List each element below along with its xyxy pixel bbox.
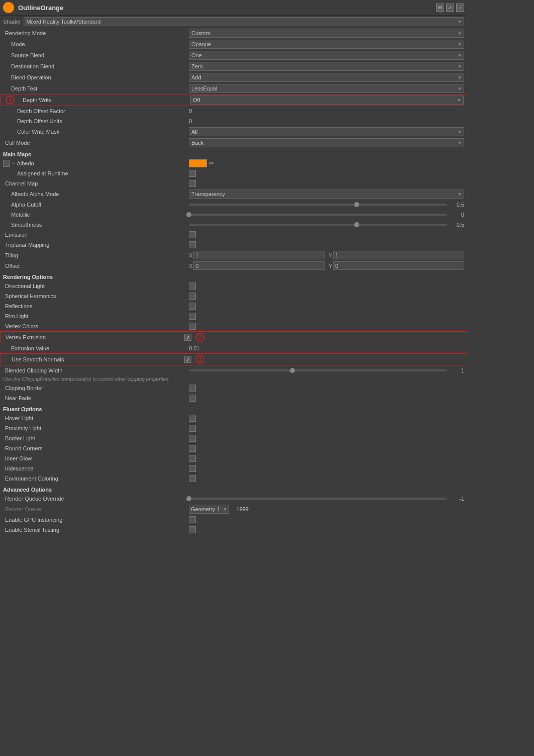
header: OutlineOrange ⊞ ⤢ ⋮ [0,0,467,16]
render-queue-label: Render Queue [3,506,189,512]
render-queue-geometry-dropdown[interactable]: Geometry-1 ▼ [189,505,229,514]
header-btn-2[interactable]: ⤢ [446,4,454,12]
extrusion-value-row: Extrusion Value 0.01 [0,343,467,353]
smoothness-value: 0.5 [449,222,464,228]
shader-dropdown-arrow: ▼ [458,20,462,24]
dest-blend-label: Destination Blend [3,63,189,69]
triplanar-mapping-checkbox[interactable] [189,241,196,248]
depth-test-row: Depth Test LessEqual ▼ [0,83,467,94]
clipping-border-row: Clipping Border [0,383,467,393]
border-light-row: Border Light [0,433,467,443]
blended-clipping-slider[interactable]: 1 [189,367,464,373]
vertex-colors-checkbox[interactable] [189,323,196,330]
proximity-light-checkbox[interactable] [189,425,196,432]
enable-stencil-testing-checkbox[interactable] [189,526,196,533]
assigned-at-runtime-checkbox[interactable] [189,170,196,177]
metallic-value: 0 [449,212,464,218]
proximity-light-row: Proximity Light [0,423,467,433]
directional-light-checkbox[interactable] [189,282,196,290]
render-queue-row: Render Queue Geometry-1 ▼ 1999 [0,504,467,515]
emission-checkbox[interactable] [189,231,196,238]
cull-mode-dropdown[interactable]: Back ▼ [189,138,464,147]
rendering-mode-dropdown[interactable]: Custom ▼ [189,29,464,38]
albedo-alpha-mode-dropdown[interactable]: Transparency ▼ [189,190,464,199]
main-maps-section: Main Maps [0,148,467,158]
render-queue-override-label: Render Queue Override [3,496,189,502]
clipping-border-checkbox[interactable] [189,385,196,392]
enable-gpu-instancing-checkbox[interactable] [189,516,196,523]
border-light-checkbox[interactable] [189,435,196,442]
source-blend-dropdown[interactable]: One ▼ [189,51,464,60]
rendering-mode-row: Rendering Mode Custom ▼ [0,28,467,39]
header-btn-1[interactable]: ⊞ [436,4,444,12]
alpha-cutoff-value: 0.5 [449,202,464,208]
near-fade-checkbox[interactable] [189,395,196,402]
material-icon [3,2,14,13]
rim-light-checkbox[interactable] [189,313,196,320]
albedo-color-swatch[interactable] [189,159,207,167]
vertex-colors-label: Vertex Colors [3,323,189,329]
rendering-mode-label: Rendering Mode [3,30,189,36]
rendering-mode-value: Custom ▼ [189,29,464,38]
spherical-harmonics-label: Spherical Harmonics [3,293,189,299]
reflections-checkbox[interactable] [189,303,196,310]
offset-y-input[interactable] [333,261,464,270]
depth-offset-factor-label: Depth Offset Factor [3,108,189,114]
depth-test-dropdown[interactable]: LessEqual ▼ [189,84,464,93]
iridescence-label: Iridescence [3,465,189,471]
render-queue-override-row: Render Queue Override -1 [0,494,467,504]
environment-coloring-row: Environment Coloring [0,474,467,484]
depth-write-dropdown[interactable]: Off ▼ [190,96,464,105]
mode-dropdown[interactable]: Opaque ▼ [189,40,464,49]
iridescence-row: Iridescence [0,463,467,474]
fluent-options-section: Fluent Options [0,403,467,413]
use-smooth-normals-checkbox[interactable]: ✓ [184,356,191,363]
shader-dropdown[interactable]: Mixed Reality Toolkit/Standard ▼ [24,17,464,26]
smoothness-label: Smoothness [3,222,189,228]
blend-operation-dropdown[interactable]: Add ▼ [189,73,464,82]
blended-clipping-width-label: Blended Clipping Width [3,367,189,373]
rim-light-label: Rim Light [3,313,189,319]
color-write-mask-dropdown[interactable]: All ▼ [189,127,464,136]
iridescence-checkbox[interactable] [189,465,196,472]
metallic-slider[interactable]: 0 [189,212,464,218]
enable-stencil-testing-row: Enable Stencil Testing [0,525,467,535]
tiling-y-input[interactable] [333,251,464,259]
reflections-label: Reflections [3,303,189,309]
source-blend-row: Source Blend One ▼ [0,50,467,61]
border-light-label: Border Light [3,435,189,441]
environment-coloring-checkbox[interactable] [189,475,196,482]
tiling-label: Tiling [3,252,189,258]
depth-write-label: Depth Write [15,97,190,103]
round-corners-label: Round Corners [3,445,189,451]
near-fade-label: Near Fade [3,395,189,401]
alpha-cutoff-slider[interactable]: 0.5 [189,202,464,208]
spherical-harmonics-checkbox[interactable] [189,293,196,300]
alpha-cutoff-row: Alpha Cutoff 0.5 [0,200,467,210]
channel-map-checkbox[interactable] [189,180,196,187]
emission-row: Emission [0,230,467,240]
dest-blend-dropdown[interactable]: Zero ▼ [189,62,464,71]
albedo-edit-icon[interactable]: ✏ [209,160,214,167]
albedo-dot-icon: ○ [12,161,15,166]
circle-1: 1 [6,96,15,105]
blended-clipping-width-row: Blended Clipping Width 1 [0,365,467,375]
rim-light-row: Rim Light [0,311,467,321]
inner-glow-row: Inner Glow [0,453,467,463]
proximity-light-label: Proximity Light [3,425,189,431]
round-corners-checkbox[interactable] [189,445,196,452]
header-btn-3[interactable]: ⋮ [456,4,464,12]
albedo-alpha-mode-row: Albedo Alpha Mode Transparency ▼ [0,188,467,200]
smoothness-slider[interactable]: 0.5 [189,222,464,228]
circle-2: 2 [195,333,204,342]
round-corners-row: Round Corners [0,443,467,453]
depth-offset-units-row: Depth Offset Units 0 [0,116,467,126]
cull-mode-label: Cull Mode [3,140,189,146]
albedo-checkbox[interactable] [3,160,10,167]
inner-glow-checkbox[interactable] [189,455,196,462]
hover-light-checkbox[interactable] [189,415,196,422]
offset-x-input[interactable] [193,261,325,270]
tiling-x-input[interactable] [193,251,325,259]
vertex-extrusion-checkbox[interactable]: ✓ [184,334,191,341]
render-queue-override-slider[interactable]: -1 [189,496,464,502]
